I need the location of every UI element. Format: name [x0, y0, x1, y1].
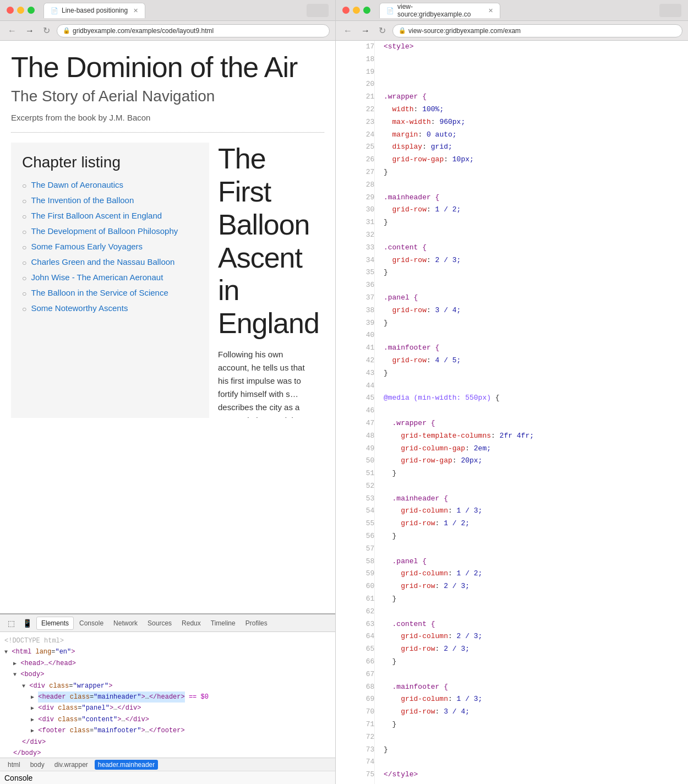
- right-titlebar: 📄 view-source:gridbyexample.co ✕: [336, 0, 688, 21]
- chapter-link[interactable]: Charles Green and the Nassau Balloon: [31, 257, 174, 266]
- chapter-link[interactable]: The First Balloon Ascent in England: [31, 211, 162, 220]
- breadcrumb-html[interactable]: html: [4, 760, 24, 770]
- source-line: 50 grid-row-gap: 20px;: [336, 455, 688, 467]
- dom-line-content[interactable]: <div class="content">…</div>: [4, 714, 331, 725]
- source-line: 45 @media (min-width: 550px) {: [336, 392, 688, 405]
- line-number: 44: [336, 380, 375, 393]
- breadcrumb-body[interactable]: body: [27, 760, 48, 770]
- source-line: 48 grid-template-columns: 2fr 4fr;: [336, 430, 688, 443]
- line-number: 29: [336, 192, 375, 204]
- address-bar-left[interactable]: 🔒 gridbyexample.com/examples/code/layout…: [57, 24, 330, 37]
- line-number: 69: [336, 693, 375, 706]
- dom-line-footer[interactable]: <footer class="mainfooter">…</footer>: [4, 725, 331, 736]
- dom-line-panel[interactable]: <div class="panel">…</div>: [4, 703, 331, 714]
- devtools-tab-network[interactable]: Network: [109, 617, 142, 629]
- right-back-button[interactable]: ←: [341, 25, 354, 37]
- source-line: 28: [336, 179, 688, 192]
- forward-button[interactable]: →: [23, 25, 36, 37]
- devtools-tab-profiles[interactable]: Profiles: [241, 617, 272, 629]
- chapter-bullet: ○: [22, 289, 26, 298]
- breadcrumb-mainheader[interactable]: header.mainheader: [95, 760, 158, 770]
- devtools-tab-elements[interactable]: Elements: [36, 617, 74, 630]
- source-line: 56 }: [336, 530, 688, 543]
- refresh-button[interactable]: ↻: [41, 24, 52, 37]
- tab-line-based[interactable]: 📄 Line-based positioning ✕: [43, 3, 145, 18]
- line-code: .mainheader {: [375, 493, 688, 505]
- source-line: 60 grid-row: 2 / 3;: [336, 580, 688, 593]
- address-bar-right[interactable]: 🔒 view-source:gridbyexample.com/exam: [392, 24, 682, 37]
- chapter-link[interactable]: John Wise - The American Aeronaut: [31, 273, 163, 282]
- right-minimize-button[interactable]: [353, 7, 360, 14]
- devtools-console-bar[interactable]: Console: [0, 771, 335, 784]
- devtools-tab-sources[interactable]: Sources: [143, 617, 176, 629]
- tab-close-icon[interactable]: ✕: [133, 7, 138, 14]
- source-line: 57: [336, 543, 688, 556]
- line-code: grid-row: 2 / 3;: [375, 580, 688, 593]
- devtools-panel: ⬚ 📱 Elements Console Network Sources Red…: [0, 613, 335, 784]
- line-number: 51: [336, 467, 375, 480]
- line-code: </style>: [375, 769, 688, 781]
- line-number: 40: [336, 329, 375, 342]
- line-number: 67: [336, 668, 375, 681]
- right-tab-title: view-source:gridbyexample.co: [397, 3, 483, 18]
- minimize-button[interactable]: [17, 7, 24, 14]
- line-number: 35: [336, 266, 375, 279]
- right-tab-source[interactable]: 📄 view-source:gridbyexample.co ✕: [379, 3, 500, 18]
- dom-line-mainheader[interactable]: <header class="mainheader">…</header> ==…: [4, 692, 331, 703]
- maximize-button[interactable]: [28, 7, 35, 14]
- source-line: 66 }: [336, 656, 688, 668]
- line-number: 28: [336, 179, 375, 192]
- line-code: @media (min-width: 550px) {: [375, 392, 688, 405]
- back-button[interactable]: ←: [6, 25, 19, 37]
- line-code: [375, 229, 688, 242]
- source-line: 39 }: [336, 317, 688, 330]
- line-code: margin: 0 auto;: [375, 129, 688, 141]
- right-forward-button[interactable]: →: [359, 25, 372, 37]
- source-line: 25 display: grid;: [336, 141, 688, 154]
- line-number: 39: [336, 317, 375, 330]
- devtools-tab-console[interactable]: Console: [75, 617, 108, 629]
- source-line: 68 .mainfooter {: [336, 681, 688, 694]
- devtools-mobile-icon[interactable]: 📱: [19, 617, 35, 630]
- right-new-tab-area: [659, 4, 681, 17]
- line-code: [375, 279, 688, 292]
- source-line: 46: [336, 405, 688, 417]
- line-number: 50: [336, 455, 375, 467]
- left-browser-window: 📄 Line-based positioning ✕ ← → ↻ 🔒 gridb…: [0, 0, 336, 784]
- line-number: 33: [336, 242, 375, 254]
- chapter-link[interactable]: The Dawn of Aeronautics: [31, 180, 123, 189]
- line-number: 41: [336, 342, 375, 355]
- right-close-button[interactable]: [342, 7, 350, 14]
- source-line: 18: [336, 53, 688, 66]
- right-tab-close-icon[interactable]: ✕: [488, 7, 493, 14]
- chapter-link[interactable]: The Development of Balloon Philosophy: [31, 226, 178, 236]
- line-number: 62: [336, 606, 375, 618]
- line-code: }: [375, 317, 688, 330]
- source-line: 23 max-width: 960px;: [336, 116, 688, 129]
- devtools-tab-redux[interactable]: Redux: [177, 617, 205, 629]
- source-line: 33 .content {: [336, 242, 688, 254]
- tab-page-icon: 📄: [51, 7, 58, 14]
- chapter-bullet: ○: [22, 304, 26, 313]
- chapter-link[interactable]: The Balloon in the Service of Science: [31, 288, 168, 297]
- two-column-layout: Chapter listing ○The Dawn of Aeronautics…: [11, 143, 324, 418]
- line-code: .mainfooter {: [375, 681, 688, 694]
- devtools-inspect-icon[interactable]: ⬚: [4, 617, 18, 630]
- line-code: width: 100%;: [375, 104, 688, 116]
- line-code: grid-column: 1 / 2;: [375, 568, 688, 580]
- breadcrumb-wrapper[interactable]: div.wrapper: [51, 760, 91, 770]
- devtools-tab-timeline[interactable]: Timeline: [206, 617, 240, 629]
- line-code: [375, 756, 688, 769]
- right-refresh-button[interactable]: ↻: [376, 24, 388, 37]
- page-title: The Dominion of the Air: [11, 52, 324, 83]
- chapter-link[interactable]: Some Famous Early Voyagers: [31, 242, 143, 251]
- right-maximize-button[interactable]: [363, 7, 370, 14]
- chapter-list-item: ○The Balloon in the Service of Science: [22, 288, 198, 298]
- source-line: 72: [336, 731, 688, 744]
- close-button[interactable]: [7, 7, 14, 14]
- line-code: [375, 53, 688, 66]
- source-line: 34 grid-row: 2 / 3;: [336, 254, 688, 267]
- chapter-link[interactable]: Some Noteworthy Ascents: [31, 303, 128, 313]
- chapter-link[interactable]: The Invention of the Balloon: [31, 195, 134, 205]
- source-line: 55 grid-row: 1 / 2;: [336, 518, 688, 530]
